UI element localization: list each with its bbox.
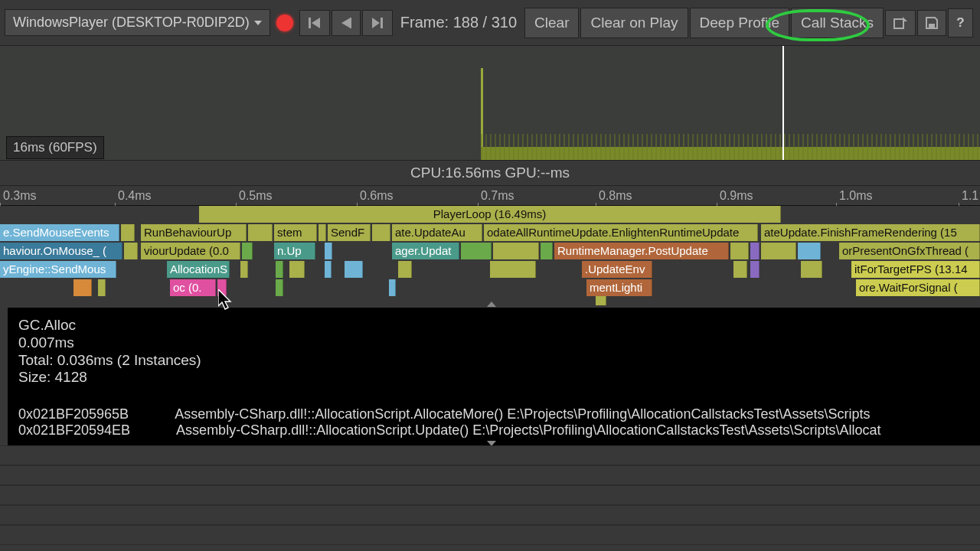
frame-label: Frame: 188 / 310: [400, 14, 517, 31]
timeline-bar[interactable]: itForTargetFPS (13.14: [851, 261, 980, 278]
timeline-bar[interactable]: [798, 243, 821, 259]
tooltip-title: GC.Alloc: [18, 317, 969, 334]
timeline-bar[interactable]: orPresentOnGfxThread (: [839, 243, 980, 259]
thread-lane[interactable]: [0, 525, 980, 545]
target-label: WindowsPlayer (DESKTOP-R0DIP2D): [13, 15, 250, 31]
timeline-bar[interactable]: [461, 243, 492, 259]
thread-lane[interactable]: [0, 445, 980, 465]
target-dropdown[interactable]: WindowsPlayer (DESKTOP-R0DIP2D): [5, 9, 270, 36]
timeline-bar[interactable]: viourUpdate (0.0: [141, 243, 240, 259]
timeline-bar[interactable]: [98, 279, 106, 296]
timeline-bar[interactable]: [240, 261, 248, 278]
timeline-bar[interactable]: PlayerLoop (16.49ms): [199, 206, 781, 223]
timeline-bar[interactable]: [124, 243, 138, 259]
timeline-bar[interactable]: RunBehaviourUp: [141, 224, 247, 241]
frame-next-button[interactable]: [362, 10, 393, 36]
frame-prev-button[interactable]: [332, 10, 361, 36]
record-button[interactable]: [276, 15, 293, 31]
timeline-bar[interactable]: e.SendMouseEvents: [0, 224, 119, 241]
timeline-bar[interactable]: [74, 279, 92, 296]
overview-chart[interactable]: 16ms (60FPS): [0, 46, 980, 161]
timeline-bar[interactable]: stem: [274, 224, 317, 241]
frame-marker: [782, 46, 784, 160]
timeline-bar[interactable]: odateAllRuntimeUpdate.EnlightenRuntimeUp…: [484, 224, 758, 241]
svg-rect-5: [381, 18, 383, 28]
expand-up-icon[interactable]: [487, 302, 496, 307]
thread-lane[interactable]: [0, 505, 980, 525]
timeline-bar[interactable]: [730, 243, 749, 259]
svg-rect-3: [350, 18, 351, 28]
tick: 0.3ms: [3, 189, 37, 203]
clear-button[interactable]: Clear: [524, 8, 579, 38]
timeline-bar[interactable]: [398, 261, 412, 278]
tooltip-time: 0.007ms: [18, 334, 969, 352]
timeline-bar[interactable]: ager.Updat: [392, 243, 459, 259]
tooltip-size: Size: 4128: [18, 369, 969, 386]
timeline-bar[interactable]: [493, 243, 539, 259]
tick: 1.1: [962, 189, 978, 203]
timeline-bar[interactable]: .UpdateEnv: [582, 261, 652, 278]
timeline-bar[interactable]: mentLighti: [586, 279, 652, 296]
timeline-bar[interactable]: [289, 261, 305, 278]
timeline-bar[interactable]: [325, 243, 332, 259]
timeline-bar[interactable]: ate.UpdateAu: [392, 224, 482, 241]
chart-wave: [481, 134, 980, 160]
stack-frame: 0x021BF205965B Assembly-CSharp.dll!::All…: [18, 406, 969, 422]
help-button[interactable]: ?: [948, 8, 972, 37]
timeline-bar[interactable]: haviour.OnMouse_ (: [0, 243, 122, 259]
svg-rect-8: [929, 24, 935, 28]
svg-rect-6: [894, 19, 903, 28]
cpu-gpu-summary: CPU:16.56ms GPU:--ms: [0, 161, 980, 186]
timeline-bar[interactable]: [248, 224, 273, 241]
timeline-bar[interactable]: [750, 243, 760, 259]
timeline-bar[interactable]: oc (0.: [170, 279, 216, 296]
timeline-bar[interactable]: [761, 243, 796, 259]
timeline-bar[interactable]: n.Up: [274, 243, 315, 259]
timeline-bar[interactable]: [801, 261, 822, 278]
timeline-bar[interactable]: [490, 261, 536, 278]
timeline-bar[interactable]: [389, 279, 396, 296]
deep-profile-button[interactable]: Deep Profile: [690, 8, 790, 38]
timeline-bar[interactable]: [217, 279, 227, 296]
svg-marker-2: [341, 18, 351, 28]
tick: 0.4ms: [118, 189, 152, 203]
thread-lane[interactable]: [0, 485, 980, 505]
timeline-bar[interactable]: [733, 261, 747, 278]
svg-marker-4: [372, 18, 380, 28]
selection-tooltip: GC.Alloc 0.007ms Total: 0.036ms (2 Insta…: [8, 308, 980, 445]
tick: 0.8ms: [599, 189, 632, 203]
timeline-bar[interactable]: yEngine::SendMous: [0, 261, 116, 278]
stack-addr: 0x021BF205965B: [18, 406, 129, 422]
timeline-bar[interactable]: [596, 296, 606, 305]
svg-marker-7: [903, 17, 907, 21]
timeline-bar[interactable]: [372, 224, 390, 241]
timeline-bar[interactable]: [541, 243, 553, 259]
timeline-bar[interactable]: [750, 261, 760, 278]
timeline-bar[interactable]: ateUpdate.FinishFrameRendering (15: [761, 224, 980, 241]
timeline-bar[interactable]: [325, 261, 332, 278]
timeline-bar[interactable]: RuntimeManager.PostUpdate: [554, 243, 729, 259]
timeline[interactable]: PlayerLoop (16.49ms) e.SendMouseEvents R…: [0, 206, 980, 304]
fps-badge: 16ms (60FPS): [6, 136, 104, 159]
time-ruler[interactable]: 0.3ms 0.4ms 0.5ms 0.6ms 0.7ms 0.8ms 0.9m…: [0, 186, 980, 206]
frame-first-button[interactable]: [299, 10, 330, 36]
tick: 0.7ms: [481, 189, 514, 203]
clear-on-play-button[interactable]: Clear on Play: [580, 8, 688, 38]
save-button[interactable]: [917, 10, 946, 36]
stack-frame: 0x021BF20594EB Assembly-CSharp.dll!::All…: [18, 422, 969, 439]
timeline-bar[interactable]: [242, 243, 253, 259]
timeline-bar[interactable]: SendF: [328, 224, 371, 241]
load-button[interactable]: [885, 10, 916, 36]
timeline-bar[interactable]: [276, 279, 283, 296]
timeline-bar[interactable]: [121, 224, 135, 241]
thread-lane[interactable]: [0, 465, 980, 485]
timeline-bar[interactable]: [318, 224, 326, 241]
timeline-bar[interactable]: ore.WaitForSignal (: [856, 279, 980, 296]
stack-sym: Assembly-CSharp.dll!::AllocationScript.U…: [176, 422, 880, 439]
tick: 0.9ms: [720, 189, 753, 203]
call-stacks-button[interactable]: Call Stacks: [791, 8, 884, 38]
timeline-bar[interactable]: AllocationS: [167, 261, 230, 278]
thread-lanes[interactable]: [0, 445, 980, 551]
timeline-bar[interactable]: [276, 261, 283, 278]
timeline-bar[interactable]: [345, 261, 363, 278]
